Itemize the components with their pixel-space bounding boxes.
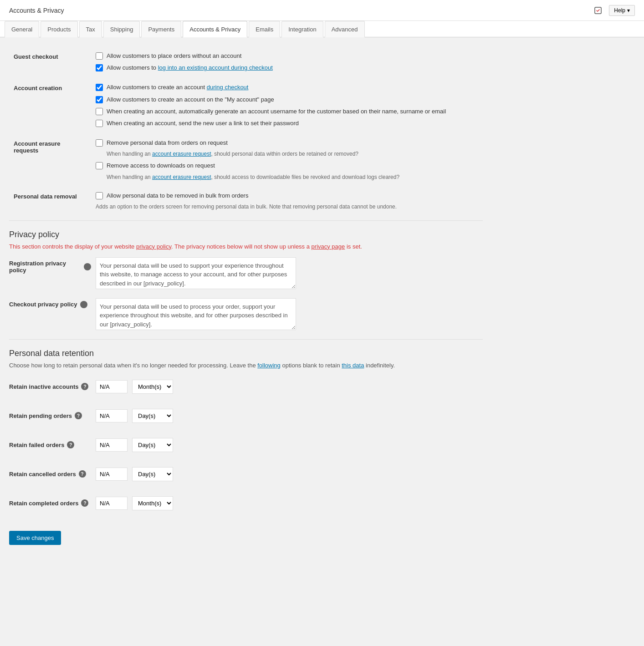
tab-tax[interactable]: Tax bbox=[79, 21, 102, 37]
help-button[interactable]: Help ▾ bbox=[609, 5, 635, 16]
account-creation-checkbox4[interactable] bbox=[96, 120, 103, 127]
personal-data-removal-help: Adds an option to the orders screen for … bbox=[96, 203, 478, 210]
personal-data-removal-label1[interactable]: Allow personal data to be removed in bul… bbox=[107, 192, 248, 200]
guest-checkout-option2: Allow customers to log into an existing … bbox=[96, 64, 478, 72]
retain-pending-orders-input[interactable] bbox=[96, 409, 128, 422]
account-erasure-options: Remove personal data from orders on requ… bbox=[91, 133, 483, 186]
guest-checkout-option1: Allow customers to place orders without … bbox=[96, 52, 478, 60]
retain-pending-orders-select[interactable]: Day(s) Month(s) Year(s) bbox=[132, 409, 173, 423]
guest-checkout-label: Guest checkout bbox=[9, 46, 91, 78]
tab-integration[interactable]: Integration bbox=[281, 21, 323, 37]
retain-cancelled-orders-select[interactable]: Day(s) Month(s) Year(s) bbox=[132, 467, 173, 481]
retain-inactive-accounts-input[interactable] bbox=[96, 380, 128, 393]
checkout-privacy-textarea[interactable] bbox=[96, 298, 296, 330]
retain-failed-orders-select[interactable]: Day(s) Month(s) Year(s) bbox=[132, 438, 173, 452]
retain-inactive-help-icon[interactable]: ? bbox=[81, 383, 88, 390]
account-erasure-link2[interactable]: account erasure request bbox=[152, 174, 211, 180]
following-link[interactable]: following bbox=[257, 362, 281, 369]
account-erasure-checkbox1[interactable] bbox=[96, 139, 103, 147]
personal-data-removal-label: Personal data removal bbox=[9, 186, 91, 215]
activity-icon[interactable] bbox=[591, 3, 605, 18]
retain-failed-help-icon[interactable]: ? bbox=[67, 441, 74, 448]
retain-pending-orders-label: Retain pending orders ? bbox=[9, 412, 91, 419]
retain-pending-help-icon[interactable]: ? bbox=[75, 412, 82, 419]
registration-help-icon[interactable]: ? bbox=[84, 263, 91, 270]
retain-completed-orders-row: Retain completed orders ? Month(s) Day(s… bbox=[9, 493, 483, 514]
retain-cancelled-orders-input[interactable] bbox=[96, 468, 128, 481]
account-erasure-help1: When handling an account erasure request… bbox=[107, 151, 478, 157]
retain-failed-orders-row: Retain failed orders ? Day(s) Month(s) Y… bbox=[9, 434, 483, 456]
retain-inactive-accounts-row: Retain inactive accounts ? Month(s) Day(… bbox=[9, 376, 483, 398]
tab-shipping[interactable]: Shipping bbox=[103, 21, 140, 37]
checkout-help-icon[interactable]: ? bbox=[80, 301, 87, 308]
retain-cancelled-help-icon[interactable]: ? bbox=[79, 470, 86, 478]
account-creation-checkbox2[interactable] bbox=[96, 96, 103, 103]
top-bar-right: Help ▾ bbox=[591, 3, 635, 18]
this-data-link[interactable]: this data bbox=[342, 362, 364, 369]
settings-table: Guest checkout Allow customers to place … bbox=[9, 46, 483, 216]
account-creation-label2[interactable]: Allow customers to create an account on … bbox=[107, 96, 274, 104]
retain-completed-help-icon[interactable]: ? bbox=[81, 499, 88, 507]
registration-privacy-textarea[interactable] bbox=[96, 257, 296, 289]
guest-checkout-label2[interactable]: Allow customers to log into an existing … bbox=[107, 64, 273, 72]
retain-completed-orders-input[interactable] bbox=[96, 497, 128, 510]
account-erasure-option2: Remove access to downloads on request bbox=[96, 162, 478, 170]
account-erasure-link1[interactable]: account erasure request bbox=[152, 151, 211, 157]
retain-completed-orders-label: Retain completed orders ? bbox=[9, 499, 91, 507]
guest-checkout-checkbox1[interactable] bbox=[96, 52, 103, 60]
tab-payments[interactable]: Payments bbox=[141, 21, 181, 37]
main-content: Guest checkout Allow customers to place … bbox=[0, 37, 492, 554]
account-erasure-help2: When handling an account erasure request… bbox=[107, 174, 478, 180]
tab-products[interactable]: Products bbox=[41, 21, 77, 37]
page-title: Accounts & Privacy bbox=[9, 7, 64, 14]
top-bar: Accounts & Privacy Help ▾ bbox=[0, 0, 644, 21]
tab-emails[interactable]: Emails bbox=[249, 21, 280, 37]
guest-checkout-row: Guest checkout Allow customers to place … bbox=[9, 46, 483, 78]
tab-general[interactable]: General bbox=[5, 21, 39, 37]
privacy-policy-desc: This section controls the display of you… bbox=[9, 243, 483, 250]
personal-data-removal-row: Personal data removal Allow personal dat… bbox=[9, 186, 483, 215]
account-creation-option2: Allow customers to create an account on … bbox=[96, 96, 478, 104]
account-erasure-label1[interactable]: Remove personal data from orders on requ… bbox=[107, 139, 228, 147]
account-creation-option1: Allow customers to create an account dur… bbox=[96, 83, 478, 92]
account-erasure-row: Account erasure requests Remove personal… bbox=[9, 133, 483, 186]
retain-inactive-accounts-label: Retain inactive accounts ? bbox=[9, 383, 91, 390]
guest-checkout-label1[interactable]: Allow customers to place orders without … bbox=[107, 52, 241, 60]
personal-data-removal-options: Allow personal data to be removed in bul… bbox=[91, 186, 483, 215]
privacy-page-link[interactable]: privacy page bbox=[312, 243, 345, 250]
personal-data-retention-desc: Choose how long to retain personal data … bbox=[9, 362, 483, 369]
personal-data-removal-checkbox1[interactable] bbox=[96, 192, 103, 199]
account-creation-row: Account creation Allow customers to crea… bbox=[9, 78, 483, 133]
chevron-down-icon: ▾ bbox=[627, 7, 630, 14]
account-creation-label4[interactable]: When creating an account, send the new u… bbox=[107, 119, 299, 127]
guest-checkout-options: Allow customers to place orders without … bbox=[91, 46, 483, 78]
account-erasure-checkbox2[interactable] bbox=[96, 162, 103, 169]
retain-cancelled-orders-row: Retain cancelled orders ? Day(s) Month(s… bbox=[9, 463, 483, 485]
guest-checkout-checkbox2[interactable] bbox=[96, 64, 103, 71]
checkout-privacy-label: Checkout privacy policy ? bbox=[9, 298, 91, 308]
account-erasure-label2[interactable]: Remove access to downloads on request bbox=[107, 162, 215, 170]
tab-accounts-privacy[interactable]: Accounts & Privacy bbox=[183, 21, 247, 37]
account-creation-option4: When creating an account, send the new u… bbox=[96, 119, 478, 127]
account-erasure-option1: Remove personal data from orders on requ… bbox=[96, 139, 478, 147]
retain-inactive-accounts-select[interactable]: Month(s) Day(s) Year(s) bbox=[132, 380, 173, 394]
retain-failed-orders-input[interactable] bbox=[96, 438, 128, 452]
account-creation-options: Allow customers to create an account dur… bbox=[91, 78, 483, 133]
retain-completed-orders-select[interactable]: Month(s) Day(s) Year(s) bbox=[132, 496, 173, 510]
account-creation-checkbox1[interactable] bbox=[96, 84, 103, 91]
registration-privacy-label: Registration privacy policy ? bbox=[9, 257, 91, 274]
retain-pending-orders-row: Retain pending orders ? Day(s) Month(s) … bbox=[9, 405, 483, 427]
account-creation-label3[interactable]: When creating an account, automatically … bbox=[107, 107, 446, 116]
retain-cancelled-orders-label: Retain cancelled orders ? bbox=[9, 470, 91, 478]
registration-privacy-row: Registration privacy policy ? bbox=[9, 257, 483, 289]
save-changes-button[interactable]: Save changes bbox=[9, 531, 61, 545]
account-creation-label1[interactable]: Allow customers to create an account dur… bbox=[107, 83, 248, 92]
personal-data-removal-option1: Allow personal data to be removed in bul… bbox=[96, 192, 478, 200]
privacy-policy-link1[interactable]: privacy policy bbox=[136, 243, 171, 250]
account-creation-option3: When creating an account, automatically … bbox=[96, 107, 478, 116]
account-creation-checkbox3[interactable] bbox=[96, 108, 103, 115]
account-erasure-label: Account erasure requests bbox=[9, 133, 91, 186]
checkout-privacy-row: Checkout privacy policy ? bbox=[9, 298, 483, 330]
personal-data-retention-heading: Personal data retention bbox=[9, 339, 483, 358]
tab-advanced[interactable]: Advanced bbox=[325, 21, 365, 37]
